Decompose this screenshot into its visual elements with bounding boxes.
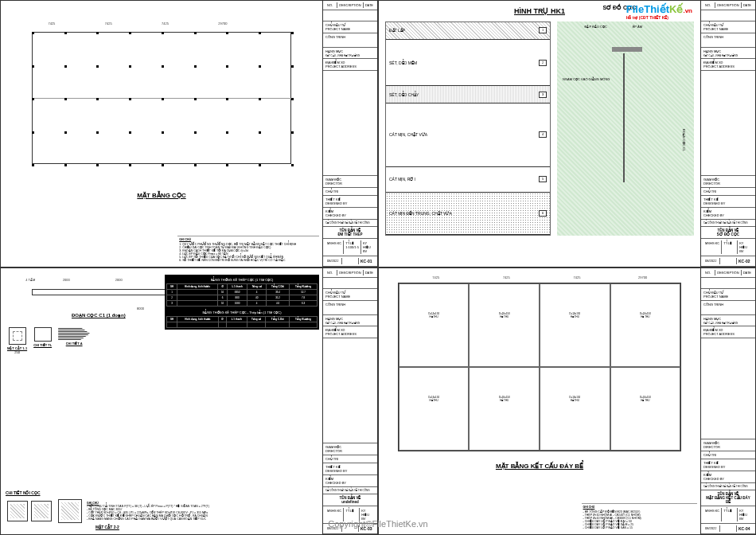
title-block-1: NO.DESCRIPTIONDATECHỦ ĐẦU TƯPROJECT NAME… (323, 1, 377, 267)
section-1-1: MẶT CẮT 1-1 250 (7, 326, 27, 354)
sheet-kc04: D=16a150HỐ THUD=16a150HỐ THUD=16a150HỐ T… (378, 268, 756, 535)
pile-schematic: ĐẬP ĐẦU CỌC ÉP ÂM NGÀM CỌC VÀO GIẰNG MÓN… (557, 21, 694, 236)
title-block-2: NO.DESCRIPTIONDATECHỦ ĐẦU TƯPROJECT NAME… (701, 1, 755, 267)
detail-a: CHI TIẾT A (58, 326, 90, 354)
pile-plan-drawing: /* placeholder for generated piles below… (20, 20, 303, 176)
copyright-text: Copyright©FileThietKe.vn (328, 519, 428, 529)
steel-table: BẢNG THỐNG KÊ THÉP CỌC (1 TIM CỌC) SHHìn… (165, 275, 319, 330)
pile-joint-detail: CHI TIẾT NỐI CỌC GHI CHÚ - SỨC CHỊU TẢI … (6, 490, 209, 529)
detail-tl: CHI TIẾT TL (33, 326, 52, 354)
watermark-logo: FileThiếtKế.vn Hỗ trợ (CĐT THIẾT KẾ) (626, 3, 692, 20)
sheet-grid: /* placeholder for generated piles below… (0, 0, 756, 535)
sheet4-title: MẶT BẰNG KẾT CẤU ĐÁY BỂ (382, 463, 697, 470)
sheet-kc02: HÌNH TRỤ HK1 SƠ ĐỒ CỌC ĐẤT LẤP1SÉT, DẺO … (378, 0, 756, 268)
sheet-kc01: /* placeholder for generated piles below… (0, 0, 378, 268)
title-block-3: NO.DESCRIPTIONDATECHỦ ĐẦU TƯPROJECT NAME… (323, 268, 377, 534)
foundation-plan: D=16a150HỐ THUD=16a150HỐ THUD=16a150HỐ T… (398, 283, 681, 451)
notes4-list: - BÊ TÔNG CẤP ĐỘ BỀN B20 (MÁC M250#)- TH… (583, 510, 696, 529)
sheet1-title: MẶT BẰNG CỌC (4, 192, 319, 199)
notes-list: 1. QUY ƯỚC PHƯƠNG THƯỚNG DỌC, BỐ TRÍ MẶT… (179, 243, 318, 262)
notes4-title: GHI CHÚ (583, 506, 696, 509)
soil-column: ĐẤT LẤP1SÉT, DẺO MỀM2SÉT, DẺO CHẢY3CÁT M… (385, 21, 551, 236)
sheet-kc03: 4 TẤM 2000 2000 8000 ĐOẠN CỌC C1 (1 đoạn… (0, 268, 378, 535)
title-block-4: NO.DESCRIPTIONDATECHỦ ĐẦU TƯPROJECT NAME… (701, 268, 755, 534)
notes-title: GHI CHÚ (179, 238, 318, 241)
